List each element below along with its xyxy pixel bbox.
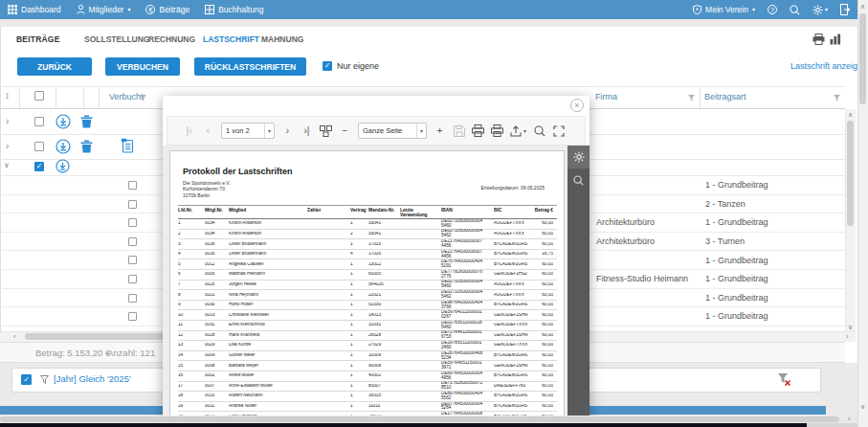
nav-item-buchhaltung[interactable]: Buchhaltung (205, 5, 263, 14)
verbuchen-button[interactable]: VERBUCHEN (105, 57, 180, 76)
viewer-search-icon[interactable] (533, 124, 545, 139)
scrollbar-thumb[interactable] (859, 13, 866, 104)
column-header-firma[interactable]: Firma (595, 92, 617, 101)
row-expander[interactable]: › (6, 142, 9, 151)
report-table-row: 3 0016 Oliver Brudermann 1 17016 DE21764… (178, 239, 557, 250)
detail-row-checkbox[interactable] (128, 218, 137, 227)
detail-row-checkbox[interactable] (128, 294, 137, 303)
back-button[interactable]: ZURÜCK (17, 57, 92, 76)
report-table-row: 6 0005 Matthias Heimann 1 60005 DE777826… (178, 270, 557, 281)
cell-firma: Architekturbüro (596, 214, 655, 232)
scrollbar-thumb[interactable] (0, 416, 839, 422)
download-icon[interactable] (56, 114, 71, 129)
column-chooser-icon[interactable]: ↕ (5, 90, 10, 101)
select-all-checkbox[interactable] (34, 91, 44, 101)
viewer-search-panel-button[interactable] (568, 169, 590, 191)
org-menu[interactable]: Mein Verein ▾ (693, 5, 755, 14)
filter-expression[interactable]: [Jahr] Gleich '2025' (54, 373, 131, 384)
row-expander[interactable]: › (6, 117, 9, 126)
save-icon[interactable] (453, 124, 465, 139)
detail-row-checkbox[interactable] (128, 237, 137, 246)
scroll-down-arrow[interactable]: ∨ (860, 403, 865, 410)
settings-menu[interactable]: ▾ (812, 5, 828, 15)
viewer-options-button[interactable] (568, 146, 590, 169)
row-checkbox[interactable]: ✓ (34, 162, 44, 171)
report-table-header: Lfd.Nr. Mitgl.Nr. Mitglied Zahler Vertra… (178, 205, 557, 219)
detail-row-checkbox[interactable] (128, 256, 137, 264)
clear-filter-icon[interactable] (777, 372, 791, 387)
filter-active-checkbox[interactable]: ✓ (21, 374, 32, 385)
top-navigation-bar: Dashboard Mitglieder ▾ € Beiträge Buchha… (0, 0, 857, 19)
previous-page-button[interactable]: ‹ (202, 124, 214, 139)
column-header-verbucht[interactable]: Verbucht (109, 92, 144, 101)
fullscreen-icon[interactable] (552, 124, 565, 139)
delete-icon[interactable] (80, 140, 93, 153)
nav-item-beitraege[interactable]: € Beiträge (145, 5, 189, 14)
summary-anzahl: Anzahl: 121 (107, 348, 155, 358)
tab-mahnung[interactable]: MAHNUNG (261, 34, 303, 44)
export-button[interactable]: ▾ (510, 124, 526, 139)
page-number-value: 1 von 2 (222, 126, 264, 135)
tab-rechnung[interactable]: RECHNUNG (148, 34, 195, 44)
scroll-up-arrow[interactable]: ∧ (860, 3, 865, 10)
help-icon[interactable]: ? (768, 5, 777, 14)
nav-item-dashboard[interactable]: Dashboard (8, 5, 61, 14)
column-header-beitragsart[interactable]: Beitragsart (704, 92, 746, 101)
lastschrift-anzeigen-link[interactable]: Lastschrift anzeigen (790, 61, 867, 71)
report-table-row: 19 0011 Andrea Nuber 1 11011 DE077645000… (178, 402, 557, 413)
print-page-button[interactable] (491, 124, 503, 139)
detail-row-checkbox[interactable] (128, 312, 137, 321)
multipage-view-icon[interactable] (320, 124, 332, 139)
scrollbar-thumb[interactable] (847, 121, 854, 226)
print-button[interactable] (472, 124, 484, 139)
scroll-down-arrow[interactable]: ∨ (848, 324, 853, 330)
nav-item-mitglieder[interactable]: Mitglieder ▾ (77, 5, 131, 14)
viewer-toolbar: |‹ ‹ 1 von 2 ▾ › ›| − Ganze Seite ▾ + ▾ (167, 116, 586, 146)
report-title: Protokoll der Lastschriften (183, 167, 293, 176)
last-page-button[interactable]: ›| (300, 124, 313, 139)
ruecklastschriften-button[interactable]: RÜCKLASTSCHRIFTEN (194, 57, 306, 76)
filter-icon[interactable] (140, 95, 146, 101)
detail-row-checkbox[interactable] (128, 275, 137, 283)
cell-beitragsart: 1 - Grundbeitrag (705, 176, 768, 194)
filter-icon[interactable] (834, 95, 840, 101)
statistics-icon[interactable] (830, 34, 841, 45)
scroll-left-arrow[interactable]: ‹ (13, 333, 15, 340)
print-icon[interactable] (812, 34, 825, 45)
tab-lastschrift[interactable]: LASTSCHRIFT (203, 34, 259, 44)
zoom-in-button[interactable]: + (434, 124, 446, 139)
report-created-date: Erstellungsdatum: 09.05.2025 (481, 185, 545, 191)
scroll-right-arrow[interactable]: › (848, 416, 850, 422)
first-page-button[interactable]: |‹ (183, 124, 195, 139)
filter-icon[interactable] (688, 95, 695, 101)
filter-funnel-icon (40, 375, 49, 384)
zoom-level-select[interactable]: Ganze Seite ▾ (358, 123, 427, 139)
nur-eigene-checkbox[interactable]: ✓ (323, 61, 332, 71)
page-number-select[interactable]: 1 von 2 ▾ (221, 123, 275, 139)
cell-firma: Architekturbüro (596, 233, 655, 251)
search-icon[interactable] (790, 5, 800, 15)
zoom-out-button[interactable]: − (339, 124, 351, 139)
scroll-up-arrow[interactable]: ∧ (848, 111, 853, 118)
close-icon[interactable]: × (570, 99, 584, 112)
tab-sollstellung[interactable]: SOLLSTELLUNG (84, 34, 149, 44)
delete-icon[interactable] (80, 115, 93, 128)
posting-report-icon[interactable] (121, 138, 135, 153)
summary-betrag: Betrag: 5.153,20 € (35, 348, 110, 358)
report-org-address: Die Sportdrosseln e.V. Kurfürstendamm 70… (183, 180, 231, 198)
report-table-row: 7 0025 Jürgen Hesse 1 564025 DE027105000… (178, 281, 557, 291)
chevron-down-icon: ▾ (127, 7, 130, 12)
detail-row-checkbox[interactable] (128, 181, 137, 190)
row-checkbox[interactable] (34, 117, 44, 126)
cell-beitragsart: 2 - Tanzen (705, 195, 746, 214)
scroll-right-arrow[interactable]: › (846, 333, 848, 340)
cell-beitragsart: 1 - Grundbeitrag (705, 307, 768, 326)
row-checkbox[interactable] (34, 142, 44, 151)
next-page-button[interactable]: › (281, 124, 294, 139)
download-icon[interactable] (56, 159, 70, 173)
row-expander-open[interactable]: ∨ (4, 162, 10, 169)
report-table-row: 11 0031 Ernst Kleinschmid 1 32031 DE0176… (178, 321, 557, 331)
logout-icon[interactable] (840, 4, 850, 15)
detail-row-checkbox[interactable] (128, 200, 137, 209)
download-icon[interactable] (56, 139, 71, 154)
